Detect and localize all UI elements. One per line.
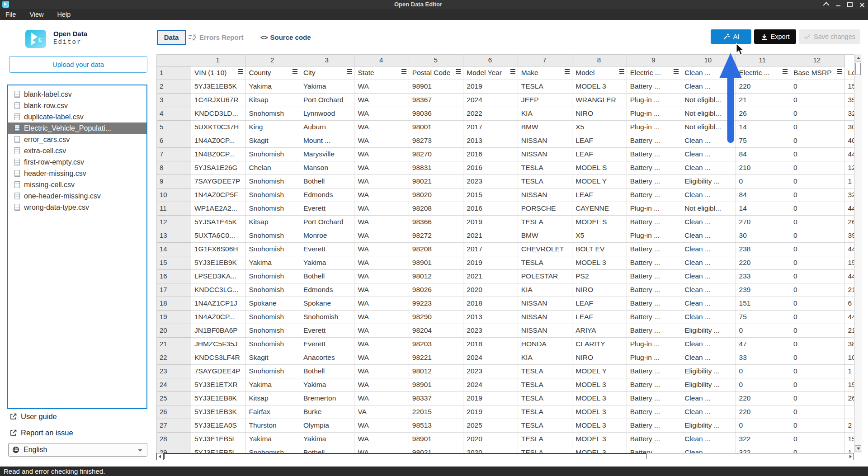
table-cell[interactable]: 6: [845, 297, 854, 311]
column-number-header[interactable]: 1: [191, 55, 245, 66]
file-list-item[interactable]: first-row-empty.csv: [8, 156, 146, 168]
table-cell[interactable]: Clean ...: [681, 311, 736, 324]
close-window-icon[interactable]: [859, 2, 864, 7]
table-cell[interactable]: 47: [736, 338, 790, 351]
row-number-cell[interactable]: 4: [157, 107, 191, 121]
menu-file[interactable]: File: [5, 11, 16, 18]
table-cell[interactable]: Monroe: [300, 229, 354, 243]
table-cell[interactable]: LEAF: [572, 311, 627, 324]
table-cell[interactable]: 2: [845, 419, 854, 433]
scroll-down-button[interactable]: [855, 445, 861, 452]
table-cell[interactable]: 1N4AZ0CP...: [191, 134, 245, 148]
table-cell[interactable]: Plug-in ...: [627, 338, 681, 351]
table-cell[interactable]: BOLT EV: [572, 243, 627, 256]
table-cell[interactable]: 0: [736, 365, 790, 378]
upload-data-button[interactable]: Upload your data: [9, 56, 147, 73]
table-cell[interactable]: 2020: [463, 433, 518, 446]
table-cell[interactable]: Battery ...: [627, 80, 681, 94]
table-cell[interactable]: WA: [354, 324, 409, 338]
table-cell[interactable]: Battery ...: [627, 270, 681, 283]
table-cell[interactable]: Battery ...: [627, 446, 681, 453]
table-cell[interactable]: 0: [790, 365, 844, 378]
table-cell[interactable]: 21: [845, 324, 854, 338]
row-number-cell[interactable]: 2: [157, 80, 191, 94]
table-cell[interactable]: 0: [790, 392, 844, 405]
table-cell[interactable]: KIA: [518, 107, 572, 121]
table-cell[interactable]: WA: [354, 148, 409, 161]
row-number-cell[interactable]: 26: [157, 405, 191, 419]
table-cell[interactable]: 0: [790, 202, 844, 216]
field-name-cell[interactable]: Make: [518, 66, 572, 80]
table-cell[interactable]: 7SAYGDEE4P: [191, 365, 245, 378]
table-cell[interactable]: Battery ...: [627, 216, 681, 229]
file-list-item[interactable]: blank-row.csv: [8, 100, 146, 111]
table-cell[interactable]: Clean ...: [681, 229, 736, 243]
table-cell[interactable]: 270: [736, 216, 790, 229]
row-number-cell[interactable]: 19: [157, 311, 191, 324]
table-cell[interactable]: WA: [354, 243, 409, 256]
field-name-cell[interactable]: Model Year: [463, 66, 518, 80]
table-cell[interactable]: PS2: [572, 270, 627, 283]
table-cell[interactable]: WA: [354, 419, 409, 433]
table-cell[interactable]: MODEL Y: [572, 175, 627, 189]
table-cell[interactable]: 2018: [463, 338, 518, 351]
table-cell[interactable]: 98337: [409, 392, 463, 405]
table-cell[interactable]: TESLA: [518, 392, 572, 405]
table-cell[interactable]: Clean ...: [681, 243, 736, 256]
table-cell[interactable]: WA: [354, 311, 409, 324]
table-cell[interactable]: 12: [845, 161, 854, 175]
table-cell[interactable]: 0: [790, 433, 844, 446]
table-cell[interactable]: 2024: [463, 351, 518, 365]
table-cell[interactable]: NIRO: [572, 351, 627, 365]
table-cell[interactable]: KNDCC3LG...: [191, 283, 245, 297]
table-cell[interactable]: WA: [354, 351, 409, 365]
column-number-header[interactable]: 2: [245, 55, 300, 66]
field-name-cell[interactable]: Base MSRP: [790, 66, 844, 80]
table-cell[interactable]: Anacortes: [300, 351, 354, 365]
table-cell[interactable]: 5YJ3E1ETXR: [191, 378, 245, 392]
table-cell[interactable]: Battery ...: [627, 175, 681, 189]
table-cell[interactable]: Snohomish: [245, 338, 300, 351]
table-cell[interactable]: 220: [736, 256, 790, 270]
row-number-cell[interactable]: 12: [157, 216, 191, 229]
table-cell[interactable]: Battery ...: [627, 433, 681, 446]
table-cell[interactable]: Everett: [300, 324, 354, 338]
table-cell[interactable]: TESLA: [518, 80, 572, 94]
table-cell[interactable]: MODEL 3: [572, 446, 627, 453]
table-cell[interactable]: 0: [790, 107, 844, 121]
table-cell[interactable]: 2024: [463, 378, 518, 392]
report-issue-link[interactable]: Report an issue: [10, 429, 73, 437]
column-menu-icon[interactable]: [238, 69, 243, 70]
table-cell[interactable]: Snohomish: [245, 202, 300, 216]
table-cell[interactable]: 98012: [409, 270, 463, 283]
table-cell[interactable]: 2022: [463, 107, 518, 121]
table-cell[interactable]: Battery ...: [627, 378, 681, 392]
menu-view[interactable]: View: [29, 11, 43, 18]
file-list-item[interactable]: extra-cell.csv: [8, 145, 146, 156]
table-cell[interactable]: Marysville: [300, 148, 354, 161]
table-cell[interactable]: Snohomish: [245, 270, 300, 283]
table-cell[interactable]: Snohomish: [245, 446, 300, 453]
table-cell[interactable]: 5YJ3E1EB8K: [191, 392, 245, 405]
table-cell[interactable]: 5YJSA1E45K: [191, 216, 245, 229]
table-cell[interactable]: MODEL 3: [572, 378, 627, 392]
table-cell[interactable]: Clean ...: [681, 148, 736, 161]
file-list-item[interactable]: one-header-missing.csv: [8, 190, 146, 202]
table-cell[interactable]: Battery ...: [627, 148, 681, 161]
table-cell[interactable]: [845, 405, 854, 419]
table-cell[interactable]: MODEL 3: [572, 256, 627, 270]
table-cell[interactable]: 0: [790, 94, 844, 107]
table-cell[interactable]: 0: [736, 378, 790, 392]
table-cell[interactable]: 98036: [409, 107, 463, 121]
field-name-cell[interactable]: Le: [845, 66, 854, 80]
table-cell[interactable]: NIRO: [572, 107, 627, 121]
file-list-item[interactable]: missing-cell.csv: [8, 179, 146, 190]
table-cell[interactable]: Yakima: [300, 378, 354, 392]
table-cell[interactable]: 1N4AZ0CP...: [191, 311, 245, 324]
column-number-header[interactable]: 9: [627, 55, 681, 66]
table-cell[interactable]: Eligibility ...: [681, 365, 736, 378]
table-cell[interactable]: 0: [790, 80, 844, 94]
table-cell[interactable]: 0: [790, 134, 844, 148]
table-cell[interactable]: 44: [845, 270, 854, 283]
table-cell[interactable]: Burke: [300, 405, 354, 419]
